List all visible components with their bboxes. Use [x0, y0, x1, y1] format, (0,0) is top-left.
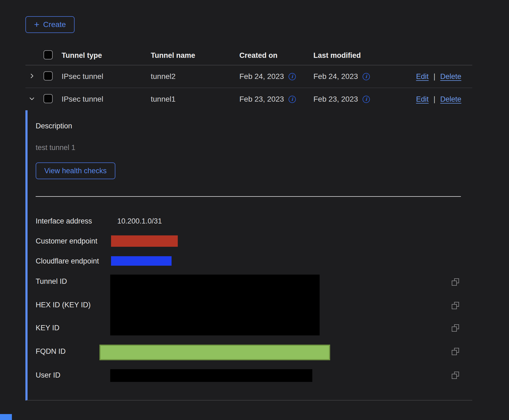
table-row-tunnel1: IPsec tunnel tunnel1 Feb 23, 2023 i Feb …	[25, 88, 472, 110]
hex-id-label: HEX ID (KEY ID)	[36, 301, 91, 309]
copy-icon-front-square	[452, 374, 457, 379]
tunnel1-details-panel: Description test tunnel 1 View health ch…	[25, 110, 472, 401]
customer-endpoint-redacted-value	[111, 235, 178, 247]
tunnel-description-section: Description test tunnel 1 View health ch…	[28, 110, 472, 196]
plus-icon: +	[34, 20, 39, 29]
edit-link[interactable]: Edit	[416, 95, 429, 104]
tunnels-table: Tunnel type Tunnel name Created on Last …	[25, 46, 472, 110]
cloudflare-endpoint-label: Cloudflare endpoint	[36, 257, 99, 265]
description-value: test tunnel 1	[36, 143, 472, 152]
interface-address-label: Interface address	[36, 217, 92, 225]
fqdn-id-redacted-value	[99, 345, 330, 360]
select-all-checkbox[interactable]	[43, 50, 53, 59]
last-modified-cell: Feb 23, 2023	[313, 95, 358, 104]
key-id-label: KEY ID	[36, 324, 59, 332]
scroll-indicator	[0, 414, 12, 420]
chevron-down-icon[interactable]	[29, 95, 35, 102]
ids-redacted-block	[110, 275, 320, 335]
col-header-tunnel-name: Tunnel name	[151, 51, 239, 60]
copy-icon[interactable]	[452, 302, 459, 309]
copy-icon-front-square	[452, 350, 457, 355]
copy-icon-front-square	[452, 281, 457, 286]
user-id-redacted-value	[110, 369, 312, 382]
create-button[interactable]: + Create	[25, 16, 75, 33]
edit-link[interactable]: Edit	[416, 72, 429, 81]
cloudflare-endpoint-redacted-value	[111, 256, 172, 266]
delete-link[interactable]: Delete	[440, 72, 461, 81]
copy-icon[interactable]	[452, 348, 459, 355]
created-on-cell: Feb 23, 2023	[239, 95, 284, 104]
copy-icon-front-square	[452, 326, 457, 332]
col-header-tunnel-type: Tunnel type	[62, 51, 151, 60]
info-icon[interactable]: i	[363, 73, 370, 80]
delete-link[interactable]: Delete	[440, 95, 461, 104]
user-id-label: User ID	[36, 371, 61, 379]
tunnel-type-cell: IPsec tunnel	[62, 95, 151, 104]
section-divider	[36, 196, 461, 197]
chevron-right-icon[interactable]	[29, 73, 35, 79]
interface-address-value: 10.200.1.0/31	[117, 217, 162, 225]
create-button-label: Create	[43, 20, 66, 29]
copy-icon-front-square	[452, 304, 457, 309]
info-icon[interactable]: i	[289, 96, 296, 103]
info-icon[interactable]: i	[289, 73, 296, 80]
created-on-cell: Feb 24, 2023	[239, 72, 284, 81]
tunnel-name-cell: tunnel1	[151, 95, 239, 104]
row-checkbox[interactable]	[43, 71, 53, 81]
tunnel-type-cell: IPsec tunnel	[62, 72, 151, 81]
table-header-row: Tunnel type Tunnel name Created on Last …	[25, 46, 472, 65]
description-label: Description	[36, 122, 472, 130]
copy-icon[interactable]	[452, 372, 459, 379]
col-header-created-on: Created on	[239, 51, 313, 60]
fqdn-id-label: FQDN ID	[36, 347, 66, 356]
tunnel-name-cell: tunnel2	[151, 72, 239, 81]
copy-icon[interactable]	[452, 324, 459, 332]
action-separator: |	[434, 72, 436, 81]
tunnel-id-label: Tunnel ID	[36, 277, 67, 286]
last-modified-cell: Feb 24, 2023	[313, 72, 358, 81]
row-checkbox[interactable]	[43, 94, 53, 103]
copy-icon[interactable]	[452, 278, 459, 286]
ipsec-tunnels-page: + Create Tunnel type Tunnel name Created…	[0, 0, 509, 420]
col-header-last-modified: Last modified	[313, 51, 416, 60]
info-icon[interactable]: i	[363, 96, 370, 103]
tunnel-details-fields: Interface address 10.200.1.0/31 Customer…	[28, 196, 472, 400]
table-row-tunnel2: IPsec tunnel tunnel2 Feb 24, 2023 i Feb …	[25, 65, 472, 88]
action-separator: |	[434, 95, 436, 104]
customer-endpoint-label: Customer endpoint	[36, 237, 97, 245]
view-health-checks-button[interactable]: View health checks	[36, 162, 115, 179]
